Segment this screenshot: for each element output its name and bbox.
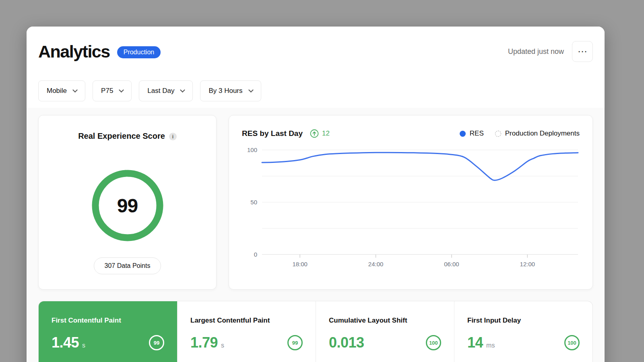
metric-cumulative-layout-shift[interactable]: Cumulative Layout Shift 0.013 100 xyxy=(316,301,454,362)
timerange-filter-dropdown[interactable]: Last Day xyxy=(139,80,193,101)
res-line-chart[interactable]: 10050018:0024:0006:0012:00 xyxy=(242,145,580,268)
chart-legend: RES Production Deployments xyxy=(460,130,580,138)
chevron-down-icon xyxy=(180,87,186,93)
metric-value: 1.79 xyxy=(190,334,218,351)
timerange-filter-label: Last Day xyxy=(147,87,174,95)
dashed-circle-icon xyxy=(495,131,501,137)
more-menu-button[interactable]: ⋯ xyxy=(572,41,593,62)
real-experience-score-card: Real Experience Score i 99 307 Data Poin… xyxy=(38,115,217,290)
panel-body-section: Real Experience Score i 99 307 Data Poin… xyxy=(27,108,605,362)
metric-first-contentful-paint[interactable]: First Contentful Paint 1.45 s 99 xyxy=(39,301,177,362)
chart-delta-value: 12 xyxy=(322,130,330,138)
solid-dot-icon xyxy=(460,131,466,137)
svg-text:100: 100 xyxy=(247,146,257,153)
ellipsis-icon: ⋯ xyxy=(578,46,587,57)
chart-delta: 12 xyxy=(310,129,330,138)
metric-label: First Input Delay xyxy=(467,317,580,325)
metric-value: 0.013 xyxy=(329,334,364,351)
res-card-title: Real Experience Score xyxy=(78,132,165,141)
metric-unit: s xyxy=(82,342,85,349)
analytics-panel: Analytics Production Updated just now ⋯ … xyxy=(27,27,605,362)
percentile-filter-label: P75 xyxy=(101,87,113,95)
chevron-down-icon xyxy=(72,87,78,93)
svg-text:0: 0 xyxy=(254,251,257,258)
metric-value: 14 xyxy=(467,334,483,351)
arrow-up-circle-icon xyxy=(310,129,319,138)
header: Analytics Production Updated just now ⋯ xyxy=(38,41,593,62)
metric-largest-contentful-paint[interactable]: Largest Contentful Paint 1.79 s 99 xyxy=(177,301,316,362)
svg-text:18:00: 18:00 xyxy=(292,261,307,267)
metric-score-badge: 99 xyxy=(149,335,164,350)
chart-title: RES by Last Day xyxy=(242,129,303,138)
percentile-filter-dropdown[interactable]: P75 xyxy=(93,80,132,101)
res-card-header: Real Experience Score i xyxy=(78,132,177,141)
svg-text:06:00: 06:00 xyxy=(444,261,459,267)
svg-text:12:00: 12:00 xyxy=(520,261,535,267)
svg-text:50: 50 xyxy=(250,199,257,206)
granularity-filter-dropdown[interactable]: By 3 Hours xyxy=(200,80,261,101)
filter-bar: Mobile P75 Last Day By 3 Hours xyxy=(38,80,593,101)
chart-header: RES by Last Day 12 RES xyxy=(242,129,580,138)
res-chart-card: RES by Last Day 12 RES xyxy=(229,115,593,290)
legend-res-label: RES xyxy=(470,130,484,138)
metric-value-row: 14 ms 100 xyxy=(467,334,580,351)
metric-unit: s xyxy=(221,342,224,349)
device-filter-dropdown[interactable]: Mobile xyxy=(38,80,85,101)
web-vitals-bar: First Contentful Paint 1.45 s 99 Largest… xyxy=(38,301,593,362)
updated-status: Updated just now xyxy=(508,47,564,56)
page-title: Analytics xyxy=(38,43,110,60)
metric-label: Largest Contentful Paint xyxy=(190,317,303,325)
legend-item-deployments[interactable]: Production Deployments xyxy=(495,130,580,138)
top-cards-row: Real Experience Score i 99 307 Data Poin… xyxy=(38,115,593,290)
environment-badge: Production xyxy=(117,46,161,58)
metric-label: First Contentful Paint xyxy=(52,317,164,325)
info-icon[interactable]: i xyxy=(169,133,177,140)
granularity-filter-label: By 3 Hours xyxy=(208,87,242,95)
metric-score-badge: 100 xyxy=(564,335,580,350)
metric-label: Cumulative Layout Shift xyxy=(329,317,441,325)
res-score-value: 99 xyxy=(89,167,166,244)
metric-value: 1.45 xyxy=(52,334,79,351)
metric-value-row: 1.45 s 99 xyxy=(52,334,164,351)
res-score-gauge: 99 xyxy=(89,167,166,244)
legend-deployments-label: Production Deployments xyxy=(505,130,580,138)
metric-value-row: 1.79 s 99 xyxy=(190,334,303,351)
metric-score-badge: 100 xyxy=(426,335,441,350)
metric-score-badge: 99 xyxy=(287,335,303,350)
metric-unit: ms xyxy=(486,342,495,349)
metric-value-row: 0.013 100 xyxy=(329,334,441,351)
legend-item-res[interactable]: RES xyxy=(460,130,484,138)
device-filter-label: Mobile xyxy=(47,87,67,95)
panel-header-section: Analytics Production Updated just now ⋯ … xyxy=(27,27,605,108)
data-points-button[interactable]: 307 Data Points xyxy=(94,257,161,274)
chevron-down-icon xyxy=(119,87,124,93)
metric-first-input-delay[interactable]: First Input Delay 14 ms 100 xyxy=(454,301,592,362)
chevron-down-icon xyxy=(248,87,254,93)
svg-text:24:00: 24:00 xyxy=(368,261,383,267)
header-right: Updated just now ⋯ xyxy=(508,41,593,62)
